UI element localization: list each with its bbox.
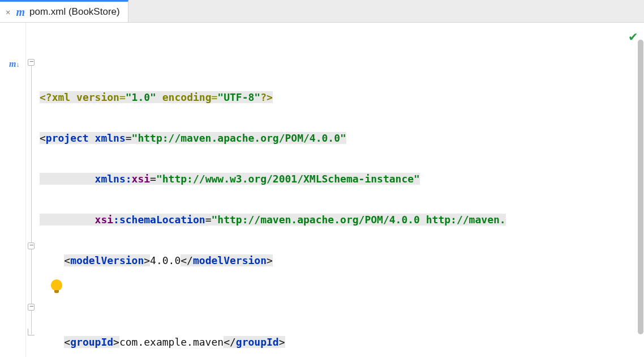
- fold-end-project: [28, 329, 35, 335]
- maven-gutter-icon[interactable]: m↓: [9, 59, 19, 69]
- maven-gutter-arrow: ↓: [16, 61, 19, 69]
- code-line[interactable]: <modelVersion>4.0.0</modelVersion>: [37, 250, 644, 271]
- fold-guide-line: [31, 66, 32, 334]
- tab-title: pom.xml (BookStore): [29, 6, 120, 18]
- code-line[interactable]: <?xml version="1.0" encoding="UTF-8"?>: [37, 87, 644, 108]
- code-line[interactable]: <project xmlns="http://maven.apache.org/…: [37, 128, 644, 148]
- editor-main: m↓ <?xml version="1.0" encoding="UTF-8"?…: [0, 23, 644, 357]
- icon-gutter[interactable]: m↓: [0, 23, 26, 357]
- fold-toggle-modules[interactable]: [28, 243, 35, 249]
- editor-tab-active[interactable]: ✕ m pom.xml (BookStore): [0, 0, 128, 22]
- code-line[interactable]: <groupId>com.example.maven</groupId>: [37, 332, 644, 352]
- maven-gutter-letter: m: [9, 59, 16, 69]
- close-icon[interactable]: ✕: [6, 7, 11, 16]
- intention-bulb-icon[interactable]: [51, 279, 62, 291]
- tab-bar: ✕ m pom.xml (BookStore): [0, 0, 644, 23]
- code-line[interactable]: [37, 291, 644, 312]
- code-line[interactable]: xmlns:xsi="http://www.w3.org/2001/XMLSch…: [37, 169, 644, 189]
- code-line[interactable]: xsi:schemaLocation="http://maven.apache.…: [37, 210, 644, 230]
- code-editor[interactable]: <?xml version="1.0" encoding="UTF-8"?> <…: [37, 23, 644, 357]
- fold-toggle-modules-end[interactable]: [28, 304, 35, 311]
- fold-toggle-project[interactable]: [28, 59, 35, 66]
- maven-file-icon: m: [16, 6, 25, 18]
- fold-gutter[interactable]: [26, 23, 37, 357]
